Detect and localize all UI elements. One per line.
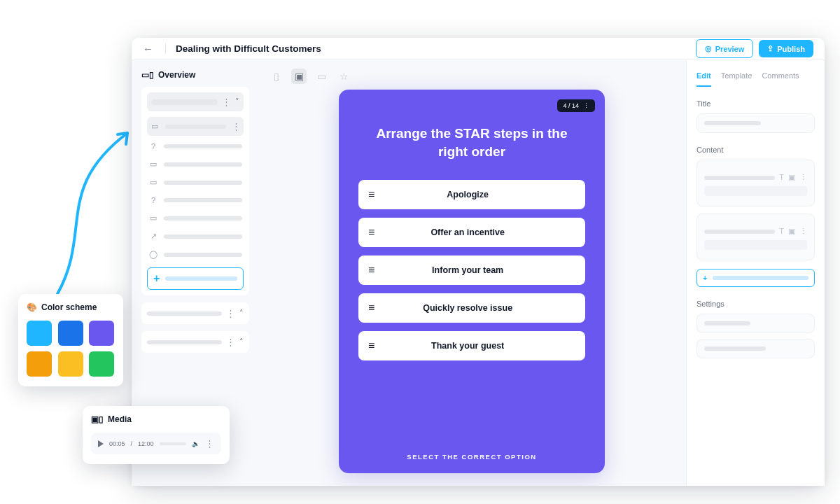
page-icon: ▭: [148, 214, 158, 223]
inspector-panel: Edit Template Comments Title Content T▣⋮…: [686, 60, 825, 486]
content-block[interactable]: T▣⋮: [696, 160, 815, 206]
content-section-label: Content: [696, 146, 815, 154]
pager-text: 4 / 14: [563, 102, 579, 109]
page-counter: 4 / 14 ⋮: [557, 99, 595, 112]
color-swatch[interactable]: [27, 351, 52, 377]
question-icon: ?: [148, 142, 158, 150]
image-icon[interactable]: ▣: [788, 173, 795, 182]
slide-item[interactable]: ?: [147, 139, 244, 153]
tool-layers[interactable]: ▣: [291, 69, 307, 84]
link-icon: ↗: [148, 232, 158, 241]
upload-icon: ⇪: [767, 44, 774, 53]
text-icon[interactable]: T: [779, 173, 784, 182]
plus-icon: +: [703, 274, 707, 282]
plus-icon: +: [153, 272, 160, 285]
color-swatch[interactable]: [58, 321, 83, 346]
drag-option[interactable]: ≡ Apologize: [358, 180, 585, 209]
slide-item[interactable]: ▭: [147, 211, 244, 225]
palette-icon: 🎨: [27, 302, 37, 312]
more-icon[interactable]: ⋮: [583, 102, 589, 109]
page-icon: ▭: [150, 122, 160, 131]
slide-item[interactable]: ↗: [147, 229, 244, 244]
text-icon[interactable]: T: [779, 227, 784, 236]
media-panel: ▣▯ Media 00:05/12:00 🔈 ⋮: [83, 406, 230, 464]
time-current: 00:05: [109, 440, 125, 447]
more-icon[interactable]: ⋮: [205, 438, 214, 449]
option-label: Thank your guest: [372, 341, 575, 351]
tab-comments[interactable]: Comments: [762, 64, 799, 87]
instruction-text: SELECT THE CORRECT OPTION: [407, 439, 536, 461]
tab-edit[interactable]: Edit: [696, 64, 711, 87]
audio-player[interactable]: 00:05/12:00 🔈 ⋮: [91, 433, 221, 454]
color-swatch[interactable]: [89, 351, 114, 377]
drag-option[interactable]: ≡ Offer an incentive: [358, 218, 585, 247]
color-swatch[interactable]: [27, 321, 52, 346]
book-icon: ▭▯: [141, 70, 154, 80]
more-icon[interactable]: ⋮: [799, 173, 807, 182]
title-input[interactable]: [696, 113, 815, 133]
lesson-card-expanded: ⋮ ˅ ▭⋮ ? ▭ ▭ ? ▭ ↗ ◯ +: [141, 87, 249, 295]
slide-item[interactable]: ?: [147, 193, 244, 207]
slide-item[interactable]: ◯: [147, 247, 244, 262]
add-slide-button[interactable]: +: [147, 267, 244, 290]
tab-template[interactable]: Template: [721, 64, 752, 87]
publish-button[interactable]: ⇪ Publish: [759, 40, 813, 57]
more-icon[interactable]: ⋮: [799, 227, 807, 236]
add-content-button[interactable]: +: [696, 269, 815, 287]
swatch-grid: [27, 321, 115, 377]
tool-distribute[interactable]: ▯: [269, 69, 284, 84]
drag-option[interactable]: ≡ Thank your guest: [358, 331, 585, 360]
preview-button[interactable]: ◎ Preview: [696, 39, 754, 58]
overview-heading: ▭▯ Overview: [141, 70, 249, 80]
color-swatch[interactable]: [58, 351, 83, 377]
chevron-down-icon[interactable]: ˅: [235, 97, 239, 106]
slide-item-active[interactable]: ▭⋮: [147, 117, 244, 136]
preview-label: Preview: [715, 45, 745, 53]
course-title: Dealing with Difficult Customers: [165, 43, 321, 54]
question-icon: ?: [148, 196, 158, 204]
inspector-tabs: Edit Template Comments: [696, 64, 815, 87]
title-section-label: Title: [696, 99, 815, 108]
play-icon[interactable]: [98, 440, 104, 447]
drag-option[interactable]: ≡ Inform your team: [358, 255, 585, 285]
time-total: 12:00: [138, 440, 154, 447]
progress-track[interactable]: [160, 442, 186, 445]
more-icon[interactable]: ⋮: [226, 337, 235, 347]
canvas: ▯ ▣ ▭ ☆ 4 / 14 ⋮ Arrange the STAR steps …: [258, 60, 686, 486]
setting-row[interactable]: [696, 339, 815, 358]
lesson-card-collapsed[interactable]: ⋮˄: [141, 302, 249, 324]
canvas-toolbar: ▯ ▣ ▭ ☆: [269, 69, 351, 84]
lesson-header[interactable]: ⋮ ˅: [147, 92, 244, 111]
chevron-up-icon[interactable]: ˄: [239, 337, 244, 346]
drag-option[interactable]: ≡ Quickly resolve issue: [358, 293, 585, 323]
page-icon: ▭: [148, 160, 158, 169]
check-icon: ◯: [148, 250, 158, 259]
media-panel-title: Media: [108, 414, 132, 424]
slide-item[interactable]: ▭: [147, 157, 244, 172]
volume-icon[interactable]: 🔈: [192, 440, 200, 447]
slide-preview: 4 / 14 ⋮ Arrange the STAR steps in the r…: [339, 90, 605, 473]
topbar: ← Dealing with Difficult Customers ◎ Pre…: [132, 38, 825, 60]
slide-item[interactable]: ▭: [147, 175, 244, 190]
color-scheme-panel: 🎨 Color scheme: [18, 294, 123, 386]
content-block[interactable]: T▣⋮: [696, 214, 815, 260]
setting-row[interactable]: [696, 314, 815, 333]
more-icon[interactable]: ⋮: [222, 97, 231, 107]
question-title: Arrange the STAR steps in the right orde…: [374, 125, 570, 160]
eye-icon: ◎: [705, 44, 712, 53]
option-label: Inform your team: [372, 265, 575, 275]
option-label: Quickly resolve issue: [372, 303, 575, 313]
tool-comment[interactable]: ▭: [314, 69, 329, 84]
lesson-card-collapsed[interactable]: ⋮˄: [141, 331, 249, 353]
chevron-up-icon[interactable]: ˄: [239, 309, 244, 318]
back-button[interactable]: ←: [143, 43, 158, 55]
image-icon[interactable]: ▣: [788, 227, 795, 236]
tool-favorite[interactable]: ☆: [336, 69, 351, 84]
overview-text: Overview: [158, 70, 195, 80]
more-icon[interactable]: ⋮: [226, 308, 235, 318]
option-label: Offer an incentive: [372, 227, 575, 237]
color-swatch[interactable]: [89, 321, 114, 346]
publish-label: Publish: [777, 45, 805, 53]
more-icon[interactable]: ⋮: [232, 121, 241, 132]
media-icon: ▣▯: [91, 414, 104, 424]
